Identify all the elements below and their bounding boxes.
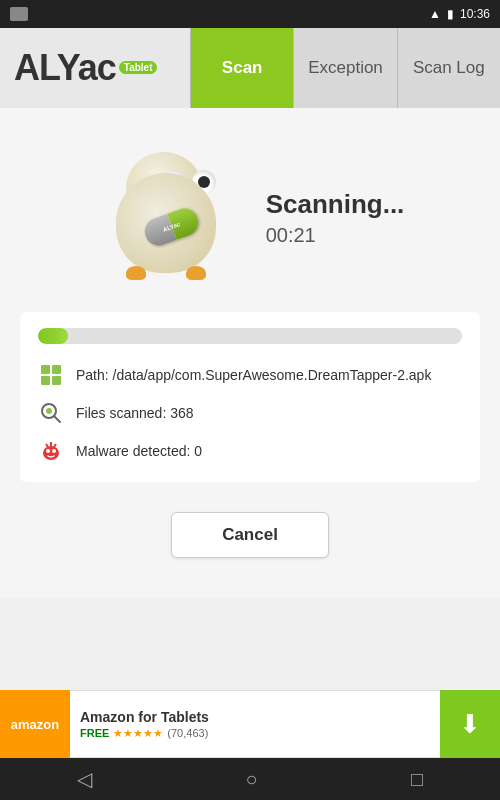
tab-scan[interactable]: Scan [190,28,293,108]
scanning-title: Scanning... [266,189,405,220]
owl-feet-left [126,266,146,280]
status-bar-left [10,7,28,21]
progress-bar-fill [38,328,68,344]
ad-banner[interactable]: amazon Amazon for Tablets FREE ★★★★★ (70… [0,690,500,758]
battery-icon: ▮ [447,7,454,21]
path-icon-svg [40,364,62,386]
status-bar: ▲ ▮ 10:36 [0,0,500,28]
malware-detail: Malware detected: 0 [38,438,462,464]
svg-rect-2 [41,376,50,385]
owl-mascot: ALYac [96,148,236,288]
svg-point-9 [52,449,56,453]
header: ALYac Tablet Scan Exception Scan Log [0,28,500,108]
svg-line-5 [54,416,60,422]
scan-area: ALYac Scanning... 00:21 [20,128,480,312]
ad-content: Amazon for Tablets FREE ★★★★★ (70,463) [70,703,440,746]
nav-bar: ◁ ○ □ [0,758,500,800]
svg-rect-0 [41,365,50,374]
cancel-button[interactable]: Cancel [171,512,329,558]
ad-free-label: FREE [80,727,109,739]
ad-logo: amazon [0,690,70,758]
download-icon: ⬇ [459,709,481,740]
tab-exception[interactable]: Exception [293,28,396,108]
tab-scanlog[interactable]: Scan Log [397,28,500,108]
logo-area: ALYac Tablet [0,28,190,108]
svg-rect-1 [52,365,61,374]
progress-section: Path: /data/app/com.SuperAwesome.DreamTa… [20,312,480,482]
malware-icon-svg [40,440,62,462]
ad-stars: ★★★★★ [113,727,163,740]
files-icon [38,400,64,426]
progress-bar-background [38,328,462,344]
path-detail: Path: /data/app/com.SuperAwesome.DreamTa… [38,362,462,388]
cancel-section: Cancel [20,482,480,578]
notification-icon [10,7,28,21]
recent-button[interactable]: □ [411,768,423,791]
svg-line-12 [54,444,56,447]
ad-install-button[interactable]: ⬇ [440,690,500,758]
logo-text: ALYac [14,47,116,89]
tab-bar: Scan Exception Scan Log [190,28,500,108]
ad-title: Amazon for Tablets [80,709,430,725]
logo-badge: Tablet [119,61,158,74]
main-content: ALYac Scanning... 00:21 Path: / [0,108,500,598]
path-icon [38,362,64,388]
svg-point-8 [46,449,50,453]
ad-rating-count: (70,463) [167,727,208,739]
owl-feet-right [186,266,206,280]
svg-point-6 [46,408,52,414]
scanning-time: 00:21 [266,224,316,247]
back-button[interactable]: ◁ [77,767,92,791]
path-text: Path: /data/app/com.SuperAwesome.DreamTa… [76,367,431,383]
malware-icon [38,438,64,464]
status-bar-right: ▲ ▮ 10:36 [429,7,490,21]
clock: 10:36 [460,7,490,21]
ad-subtitle: FREE ★★★★★ (70,463) [80,727,430,740]
home-button[interactable]: ○ [245,768,257,791]
svg-line-11 [46,444,48,447]
scan-info: Scanning... 00:21 [266,189,405,247]
svg-rect-3 [52,376,61,385]
svg-point-7 [43,446,59,460]
ad-logo-text: amazon [11,717,59,732]
files-detail: Files scanned: 368 [38,400,462,426]
malware-text: Malware detected: 0 [76,443,202,459]
files-text: Files scanned: 368 [76,405,194,421]
search-icon-svg [40,402,62,424]
wifi-icon: ▲ [429,7,441,21]
